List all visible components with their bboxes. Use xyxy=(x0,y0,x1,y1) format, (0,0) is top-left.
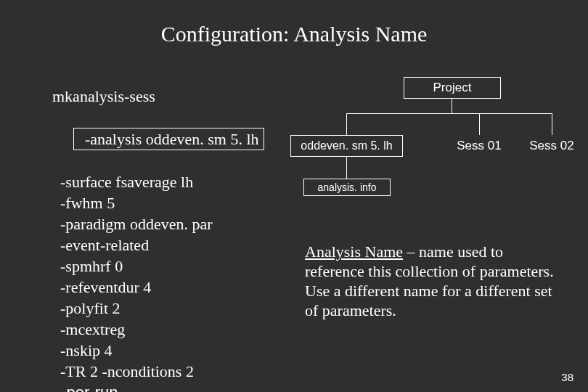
cmd-line: -nskip 4 xyxy=(52,340,270,361)
boxed-arg: -analysis oddeven. sm 5. lh xyxy=(73,128,264,150)
tree-node-oddeven: oddeven. sm 5. lh xyxy=(290,135,403,157)
tree-connector xyxy=(552,113,552,135)
slide: Configuration: Analysis Name mkanalysis-… xyxy=(0,0,588,392)
command-block: mkanalysis-sess -analysis oddeven. sm 5.… xyxy=(52,86,270,392)
tree-connector xyxy=(346,157,347,179)
desc-lead: Analysis Name xyxy=(305,242,403,261)
slide-title: Configuration: Analysis Name xyxy=(0,22,588,46)
cmd-line-boxed: -analysis oddeven. sm 5. lh xyxy=(52,107,270,171)
tree-node-sess02: Sess 02 xyxy=(523,135,581,157)
cmd-line: -event-related xyxy=(52,234,270,256)
tree-connector xyxy=(346,113,347,135)
tree-connector xyxy=(479,113,480,135)
cmd-line: -surface fsaverage lh xyxy=(52,171,270,192)
tree-connector xyxy=(452,99,452,113)
tree-connector xyxy=(346,113,552,114)
tree-node-project: Project xyxy=(404,77,501,99)
cmd-line: -paradigm oddeven. par xyxy=(52,213,270,234)
description-text: Analysis Name – name used to reference t… xyxy=(305,242,559,320)
page-number: 38 xyxy=(561,371,573,383)
cmd-line: -mcextreg xyxy=(52,319,270,340)
cmd-line: -fwhm 5 xyxy=(52,192,270,213)
cmd-line: -refeventdur 4 xyxy=(52,277,270,298)
cmd-line: -spmhrf 0 xyxy=(52,256,270,277)
cmd-line-per-run: -per-run xyxy=(52,382,270,392)
tree-node-sess01: Sess 01 xyxy=(450,135,508,157)
tree-diagram: Project oddeven. sm 5. lh Sess 01 Sess 0… xyxy=(290,77,581,200)
tree-node-analysis-info: analysis. info xyxy=(303,179,391,196)
cmd-line: -TR 2 -nconditions 2 xyxy=(52,361,270,382)
cmd-line: mkanalysis-sess xyxy=(52,86,270,107)
cmd-line: -polyfit 2 xyxy=(52,298,270,319)
